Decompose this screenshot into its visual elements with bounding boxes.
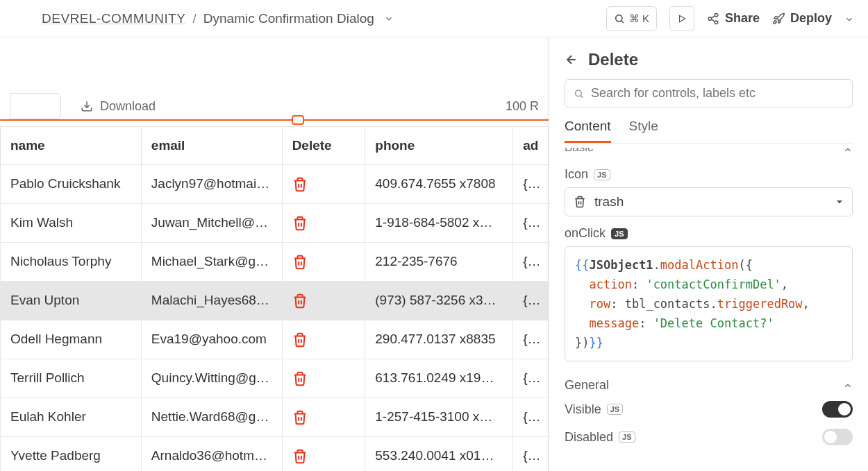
arrow-left-icon — [565, 53, 578, 67]
trash-icon — [292, 332, 308, 346]
svg-point-5 — [715, 21, 718, 24]
col-header-email[interactable]: email — [141, 127, 282, 165]
tab-content[interactable]: Content — [565, 119, 611, 143]
icon-select-value: trash — [594, 194, 624, 209]
cell-phone: 212-235-7676 — [365, 242, 513, 281]
chevron-down-icon[interactable] — [844, 12, 854, 24]
workspace-link[interactable]: DEVREL-COMMUNITY — [42, 11, 186, 26]
table-row[interactable]: Evan UptonMalachi_Hayes68…(973) 587-3256… — [1, 281, 549, 320]
cell-addr: {"s — [513, 397, 549, 436]
col-header-phone[interactable]: phone — [365, 127, 513, 165]
trash-icon — [574, 196, 586, 208]
table-row[interactable]: Yvette PadbergArnaldo36@hotm…553.240.004… — [1, 436, 549, 471]
js-toggle-visible[interactable]: JS — [607, 404, 623, 415]
controls-search[interactable] — [565, 79, 853, 108]
svg-marker-30 — [837, 200, 842, 204]
table-row[interactable]: Odell HegmannEva19@yahoo.com290.477.0137… — [1, 320, 549, 359]
delete-row-button[interactable] — [282, 281, 365, 320]
section-general[interactable]: General — [565, 375, 853, 395]
disabled-label: Disabled — [565, 430, 613, 445]
delete-row-button[interactable] — [282, 165, 365, 204]
icon-select[interactable]: trash — [565, 187, 853, 216]
cell-name: Yvette Padberg — [1, 436, 142, 471]
cell-phone: 1-257-415-3100 x… — [365, 397, 513, 436]
delete-row-button[interactable] — [282, 397, 365, 436]
onclick-code-editor[interactable]: {{JSObject1.modalAction({ action: 'conta… — [565, 246, 853, 361]
cell-email: Quincy.Witting@g… — [141, 359, 282, 397]
delete-row-button[interactable] — [282, 359, 365, 397]
back-button[interactable] — [565, 53, 578, 67]
table-row[interactable]: Eulah KohlerNettie.Ward68@g…1-257-415-31… — [1, 397, 549, 436]
col-header-delete[interactable]: Delete — [282, 127, 365, 165]
cell-addr: {"s — [513, 436, 549, 471]
record-count: 100 R — [506, 99, 539, 114]
table-row[interactable]: Kim WalshJuwan_Mitchell@…1-918-684-5802 … — [1, 203, 549, 242]
chevron-down-icon[interactable] — [384, 12, 394, 25]
resize-handle[interactable] — [292, 115, 304, 125]
download-label: Download — [100, 99, 156, 114]
cell-phone: 290.477.0137 x8835 — [365, 320, 513, 359]
cell-name: Evan Upton — [1, 281, 142, 320]
delete-row-button[interactable] — [282, 203, 365, 242]
js-toggle-icon[interactable]: JS — [594, 169, 610, 180]
cell-email: Arnaldo36@hotm… — [141, 436, 282, 471]
cell-name: Odell Hegmann — [1, 320, 142, 359]
cell-name: Terrill Pollich — [1, 359, 142, 397]
play-icon — [677, 14, 687, 24]
cell-email: Malachi_Hayes68… — [141, 281, 282, 320]
trash-icon — [292, 176, 308, 191]
cell-email: Nettie.Ward68@g… — [141, 397, 282, 436]
preview-button[interactable] — [669, 6, 694, 31]
rocket-icon — [772, 12, 785, 25]
col-header-name[interactable]: name — [1, 127, 142, 165]
svg-line-7 — [711, 19, 715, 22]
cell-phone: 409.674.7655 x7808 — [365, 165, 513, 204]
section-basic[interactable]: Basic — [565, 148, 853, 157]
property-panel: Delete Content Style Basic Icon JS trash — [549, 37, 868, 471]
onclick-field-label: onClick — [565, 226, 606, 241]
trash-icon — [292, 448, 308, 463]
table-row[interactable]: Nicholaus TorphyMichael_Stark@g…212-235-… — [1, 242, 549, 281]
download-button[interactable]: Download — [81, 99, 156, 114]
svg-line-1 — [621, 21, 624, 23]
cell-email: Eva19@yahoo.com — [141, 320, 282, 359]
cell-name: Nicholaus Torphy — [1, 242, 142, 281]
delete-row-button[interactable] — [282, 242, 365, 281]
js-toggle-disabled[interactable]: JS — [619, 431, 635, 443]
svg-point-26 — [575, 90, 581, 96]
cell-email: Jaclyn97@hotmail… — [141, 165, 282, 204]
visible-toggle[interactable] — [822, 401, 853, 418]
disabled-toggle[interactable] — [822, 429, 853, 445]
chevron-up-icon — [843, 148, 853, 156]
resize-divider[interactable] — [0, 119, 549, 121]
table-search-box[interactable] — [10, 93, 61, 119]
contacts-table: name email Delete phone ad Pablo Cruicks… — [0, 126, 549, 471]
share-button[interactable]: Share — [707, 11, 760, 26]
js-toggle-onclick[interactable]: JS — [611, 228, 627, 239]
visible-label: Visible — [565, 402, 601, 417]
search-icon — [574, 88, 584, 99]
deploy-label: Deploy — [790, 11, 832, 26]
delete-row-button[interactable] — [282, 320, 365, 359]
cell-phone: 553.240.0041 x01… — [365, 436, 513, 471]
cell-name: Pablo Cruickshank — [1, 165, 142, 204]
breadcrumb-separator: / — [193, 11, 197, 26]
page-title[interactable]: Dynamic Confirmation Dialog — [203, 11, 374, 26]
svg-line-27 — [581, 95, 583, 97]
icon-field-label: Icon — [565, 167, 588, 182]
controls-search-input[interactable] — [591, 86, 844, 101]
cell-phone: 1-918-684-5802 x… — [365, 203, 513, 242]
command-palette-button[interactable]: ⌘ K — [606, 6, 657, 31]
svg-point-3 — [715, 13, 718, 17]
tab-style[interactable]: Style — [629, 119, 658, 143]
cell-name: Eulah Kohler — [1, 397, 142, 436]
cell-email: Michael_Stark@g… — [141, 242, 282, 281]
download-icon — [81, 100, 93, 112]
col-header-addr[interactable]: ad — [513, 127, 549, 165]
table-row[interactable]: Terrill PollichQuincy.Witting@g…613.761.… — [1, 359, 549, 397]
panel-title: Delete — [588, 50, 638, 69]
delete-row-button[interactable] — [282, 436, 365, 471]
cell-addr: {"s — [513, 203, 549, 242]
deploy-button[interactable]: Deploy — [772, 11, 854, 26]
table-row[interactable]: Pablo CruickshankJaclyn97@hotmail…409.67… — [1, 165, 549, 204]
